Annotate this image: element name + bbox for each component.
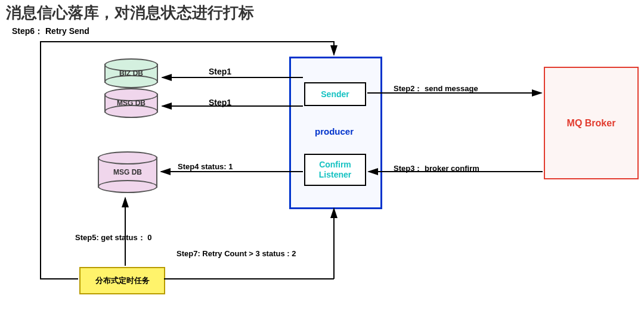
mq-broker-label: MQ Broker xyxy=(567,118,616,129)
producer-label: producer xyxy=(315,126,354,136)
biz-db-label: BIZ DB xyxy=(104,69,158,77)
confirm-listener-label: Confirm Listener xyxy=(319,160,351,180)
step5-label: Step5: get status： 0 xyxy=(75,232,152,243)
step4-label: Step4 status: 1 xyxy=(178,162,233,171)
biz-db-cylinder: BIZ DB xyxy=(104,58,158,88)
step6-label: Step6： Retry Send xyxy=(12,26,89,37)
step3-label: Step3： broker confirm xyxy=(394,163,479,174)
step7-label: Step7: Retry Count > 3 status : 2 xyxy=(177,249,296,258)
msg-db-mid-cylinder: MSG DB xyxy=(98,151,157,193)
step2-label: Step2： send message xyxy=(394,83,478,94)
scheduled-task-label: 分布式定时任务 xyxy=(95,275,150,286)
step1a-label: Step1 xyxy=(209,67,231,76)
diagram-title: 消息信心落库，对消息状态进行打标 xyxy=(6,2,254,23)
sender-label: Sender xyxy=(321,89,349,100)
step1b-label: Step1 xyxy=(209,98,231,107)
msg-db-top-cylinder: MSG DB xyxy=(104,88,158,118)
msg-db-top-label: MSG DB xyxy=(104,99,158,107)
sender-box: Sender xyxy=(304,82,366,106)
msg-db-mid-label: MSG DB xyxy=(98,168,157,176)
scheduled-task-box: 分布式定时任务 xyxy=(79,267,165,294)
mq-broker-box: MQ Broker xyxy=(544,67,639,179)
confirm-listener-box: Confirm Listener xyxy=(304,154,366,186)
